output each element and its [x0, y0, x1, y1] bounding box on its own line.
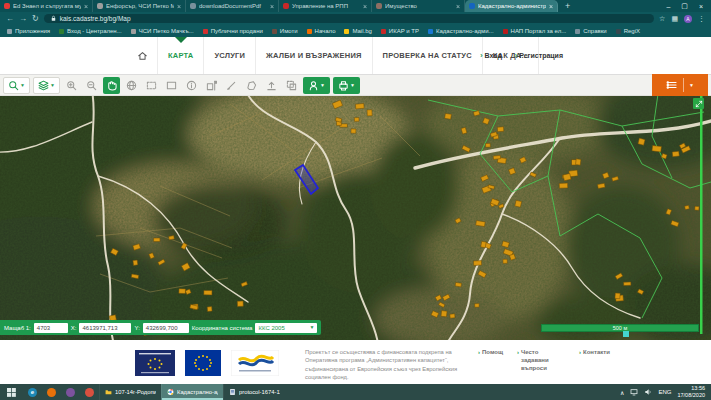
zoom-window-button[interactable]	[143, 77, 160, 94]
x-coordinate-input[interactable]: 4613971,713	[79, 323, 131, 333]
chevron-right-icon: ›	[579, 349, 581, 372]
taskbar-item[interactable]: 107-14г-Родопи Др...	[99, 384, 161, 400]
browser-tab[interactable]: Управление на РПП ×	[279, 0, 372, 12]
browser-tab[interactable]: Ed Знаел и съпругата му : ×	[0, 0, 93, 12]
auth-link[interactable]: ›Вход	[480, 52, 502, 59]
profile-avatar[interactable]: A	[684, 15, 692, 23]
edge-icon[interactable]: e	[28, 388, 37, 397]
viber-icon[interactable]	[66, 388, 75, 397]
bookmark-item[interactable]: Mail.bg	[344, 28, 371, 34]
maximize-button[interactable]: ▢	[681, 2, 688, 10]
search-button[interactable]: ▼	[3, 77, 30, 94]
back-button[interactable]: ←	[6, 14, 14, 23]
address-bar[interactable]: kais.cadastre.bg/bg/Map	[44, 14, 654, 23]
bookmark-item[interactable]: ЧСИ Петко Мачкъ...	[131, 28, 194, 34]
tab-title: Имущество	[385, 3, 453, 9]
footer-link[interactable]: ›Често задавани въпроси	[517, 349, 565, 372]
print-button[interactable]: ▼	[333, 77, 360, 94]
auth-link[interactable]: ›Регистрация	[515, 52, 563, 59]
new-tab-button[interactable]: +	[558, 0, 577, 12]
draw-polygon-button[interactable]	[243, 77, 260, 94]
taskbar-item[interactable]: Кадастрално-адми...	[161, 384, 223, 400]
close-button[interactable]: ×	[699, 3, 703, 10]
home-icon[interactable]	[128, 50, 157, 61]
bookmark-item[interactable]: Кадастрално-адми...	[428, 28, 494, 34]
tab-close-icon[interactable]: ×	[456, 3, 460, 10]
bookmark-favicon	[59, 29, 64, 34]
tab-close-icon[interactable]: ×	[177, 3, 181, 10]
language-indicator[interactable]: ENG	[658, 389, 671, 395]
bookmark-favicon	[203, 29, 208, 34]
browser-tab[interactable]: Енфорсър, ЧСИ Петко Мачкъ ×	[93, 0, 186, 12]
pan-button[interactable]	[103, 77, 120, 94]
previous-extent-button[interactable]	[163, 77, 180, 94]
eu-flag	[185, 350, 221, 376]
tab-close-icon[interactable]: ×	[549, 3, 553, 10]
measure-button[interactable]	[223, 77, 240, 94]
crs-select[interactable]: ККС 2005 ▼	[255, 323, 317, 333]
taskbar-clock[interactable]: 13:56 17/08/2020	[677, 385, 705, 399]
full-extent-button[interactable]	[123, 77, 140, 94]
browser-tabs: Ed Знаел и съпругата му : × Енфорсър, ЧС…	[0, 0, 558, 12]
bookmark-favicon	[272, 29, 277, 34]
upload-button[interactable]	[263, 77, 280, 94]
bookmark-item[interactable]: Начало	[307, 28, 336, 34]
chevron-right-icon: ›	[478, 349, 480, 372]
layers-icon	[38, 80, 49, 91]
tab-close-icon[interactable]: ×	[270, 3, 274, 10]
browser-tab[interactable]: Кадастрално-административн ×	[465, 0, 558, 12]
tray-chevron-icon[interactable]: ∧	[620, 389, 624, 396]
location-button[interactable]: ▼	[303, 77, 330, 94]
zoom-out-button[interactable]	[83, 77, 100, 94]
nav-item-карта[interactable]: КАРТА	[157, 37, 203, 74]
footer-program-text: Проектът се осъществява с финансовата по…	[305, 348, 470, 382]
bookmark-item[interactable]: Имоти	[272, 28, 298, 34]
pencil-icon	[226, 80, 237, 91]
map-toolbar: ▼▼▼▼▼	[0, 74, 711, 96]
parcel-info-button[interactable]	[203, 77, 220, 94]
forward-button[interactable]: →	[19, 14, 27, 23]
bookmark-item[interactable]: Приложения	[7, 28, 50, 34]
bookmark-item[interactable]: RegiX	[616, 28, 640, 34]
menu-dots-icon[interactable]: ⋮	[698, 15, 705, 23]
reload-button[interactable]: ↻	[32, 14, 39, 23]
map-edge-slider[interactable]	[700, 96, 703, 334]
firefox-icon[interactable]	[47, 388, 56, 397]
identify-button[interactable]	[183, 77, 200, 94]
nav-item-услуги[interactable]: УСЛУГИ	[203, 37, 255, 74]
select-area-button[interactable]	[283, 77, 300, 94]
nav-item-жалби-и-възражения[interactable]: ЖАЛБИ И ВЪЗРАЖЕНИЯ	[255, 37, 372, 74]
browser-tab[interactable]: downloadDocumentPdf ×	[186, 0, 279, 12]
bookmark-item[interactable]: НАП Портал за ел...	[503, 28, 567, 34]
y-coordinate-input[interactable]: 432699,700	[143, 323, 189, 333]
taskbar-item[interactable]: protocol-1674-11.0...	[223, 384, 285, 400]
speaker-icon[interactable]	[644, 388, 652, 396]
bookmark-item[interactable]: ИКАР и ТР	[381, 28, 419, 34]
scale-bar-handle[interactable]	[623, 331, 629, 337]
bookmark-item[interactable]: Вход - Централен...	[59, 28, 122, 34]
browser-tab[interactable]: Имущество ×	[372, 0, 465, 12]
bookmark-item[interactable]: Справки	[575, 28, 606, 34]
scale-input[interactable]: 4703	[34, 323, 68, 333]
bookmark-favicon	[7, 29, 12, 34]
footer-link[interactable]: ›Контакти	[579, 349, 610, 372]
legend-button[interactable]: ▼	[652, 74, 708, 96]
footer-link[interactable]: ›Помощ	[478, 349, 503, 372]
layers-button[interactable]: ▼	[33, 77, 60, 94]
bookmark-star-icon[interactable]: ☆	[659, 15, 665, 23]
extension-icon[interactable]: ▦	[671, 15, 678, 23]
bookmark-item[interactable]: Публични продани	[203, 28, 263, 34]
fullscreen-button[interactable]	[693, 98, 704, 109]
tab-favicon	[283, 3, 289, 9]
minimize-button[interactable]: –	[666, 3, 670, 10]
browser-icon[interactable]	[85, 388, 94, 397]
tab-close-icon[interactable]: ×	[84, 3, 88, 10]
chevron-right-icon: ›	[515, 52, 517, 59]
nav-item-проверка-на-статус[interactable]: ПРОВЕРКА НА СТАТУС	[372, 37, 482, 74]
map-viewport[interactable]: Мащаб 1: 4703 X: 4613971,713 Y: 432699,7…	[0, 96, 711, 340]
upload-icon	[266, 80, 277, 91]
display-icon[interactable]	[630, 388, 638, 396]
start-button[interactable]	[0, 388, 23, 397]
zoom-in-button[interactable]	[63, 77, 80, 94]
tab-close-icon[interactable]: ×	[363, 3, 367, 10]
